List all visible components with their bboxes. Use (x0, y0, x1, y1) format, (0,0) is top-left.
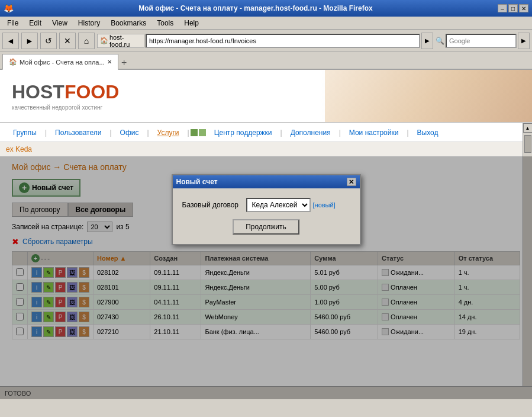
scroll-thumb[interactable] (524, 135, 531, 153)
titlebar: 🦊 Мой офис - Счета на оплату - manager.h… (0, 0, 532, 17)
new-tab-button[interactable]: + (118, 57, 130, 69)
nav-settings[interactable]: Мои настройки (342, 125, 406, 140)
support-icon (191, 129, 198, 136)
tab-favicon: 🏠 (9, 58, 17, 66)
nav-office[interactable]: Офис (113, 125, 146, 140)
close-button[interactable]: ✕ (519, 4, 528, 12)
tab-main[interactable]: 🏠 Мой офис - Счета на опла... ✕ (2, 54, 118, 70)
window-controls[interactable]: – □ ✕ (498, 4, 528, 12)
tab-close-button[interactable]: ✕ (107, 59, 112, 65)
back-button[interactable]: ◄ (2, 33, 19, 49)
tabbar: 🏠 Мой офис - Счета на опла... ✕ + (0, 52, 532, 70)
modal-body: Базовый договор Кеда Алексей [новый] Про… (173, 188, 360, 244)
new-contract-link[interactable]: [новый] (313, 201, 336, 208)
user-row: ex Keda (0, 142, 532, 156)
modal-titlebar: Новый счет ✕ (173, 175, 360, 188)
main-content: Мой офис → Счета на оплату + Новый счет … (0, 156, 532, 399)
contract-select[interactable]: Кеда Алексей (246, 198, 311, 212)
maximize-button[interactable]: □ (508, 4, 518, 12)
user-link[interactable]: ex Keda (6, 145, 32, 153)
scroll-up-button[interactable]: ▲ (523, 123, 533, 133)
form-label-contract: Базовый договор (182, 201, 241, 209)
page-area: HOSTFOOD качественный недорогой хостинг … (0, 70, 532, 399)
new-invoice-modal: Новый счет ✕ Базовый договор Кеда Алексе… (172, 174, 361, 245)
url-short: host-food.ru (109, 34, 141, 48)
header-decoration (325, 70, 532, 123)
nav-groups[interactable]: Группы (6, 125, 44, 140)
form-select-group: Кеда Алексей [новый] (246, 198, 336, 212)
menu-bookmarks[interactable]: Bookmarks (106, 18, 151, 28)
address-bar: 🏠 host-food.ru ▶ (97, 33, 433, 49)
logo-host: HOST (12, 81, 65, 102)
search-button[interactable]: ▶ (518, 33, 530, 49)
continue-button[interactable]: Продолжить (233, 219, 299, 235)
nav-services[interactable]: Услуги (150, 125, 186, 140)
favicon: 🏠 (100, 37, 108, 44)
form-row-contract: Базовый договор Кеда Алексей [новый] (182, 198, 350, 212)
nav-bar: Группы | Пользователи | Офис | Услуги | … (0, 123, 532, 142)
forward-button[interactable]: ► (21, 33, 38, 49)
url-input[interactable] (146, 34, 420, 48)
menubar: File Edit View History Bookmarks Tools H… (0, 17, 532, 30)
menu-tools[interactable]: Tools (152, 18, 178, 28)
window-title: Мой офис - Счета на оплату - manager.hos… (14, 4, 498, 12)
modal-actions: Продолжить (182, 219, 350, 235)
search-box: 🔍 ▶ (436, 33, 530, 49)
nav-support[interactable]: Центр поддержки (207, 125, 279, 140)
browser-toolbar: ◄ ► ↺ ✕ ⌂ 🏠 host-food.ru ▶ 🔍 ▶ (0, 30, 532, 52)
modal-title: Новый счет (176, 178, 218, 186)
minimize-button[interactable]: – (498, 4, 507, 12)
menu-view[interactable]: View (47, 18, 72, 28)
tab-title: Мой офис - Счета на опла... (20, 59, 105, 66)
logo-tagline: качественный недорогой хостинг (12, 104, 119, 111)
support-icon2 (199, 129, 206, 136)
modal-overlay: Новый счет ✕ Базовый договор Кеда Алексе… (0, 156, 532, 399)
menu-help[interactable]: Help (179, 18, 204, 28)
modal-close-button[interactable]: ✕ (347, 178, 356, 186)
menu-edit[interactable]: Edit (24, 18, 46, 28)
nav-additions[interactable]: Дополнения (283, 125, 338, 140)
search-input[interactable] (446, 34, 517, 48)
browser-window: 🦊 Мой офис - Счета на оплату - manager.h… (0, 0, 532, 417)
go-button[interactable]: ▶ (421, 33, 433, 49)
menu-history[interactable]: History (73, 18, 105, 28)
site-header: HOSTFOOD качественный недорогой хостинг (0, 70, 532, 123)
reload-button[interactable]: ↺ (40, 33, 57, 49)
nav-users[interactable]: Пользователи (48, 125, 108, 140)
home-button[interactable]: ⌂ (78, 33, 95, 49)
stop-button[interactable]: ✕ (59, 33, 76, 49)
menu-file[interactable]: File (2, 18, 23, 28)
logo-food: FOOD (65, 81, 119, 102)
nav-logout[interactable]: Выход (410, 125, 446, 140)
